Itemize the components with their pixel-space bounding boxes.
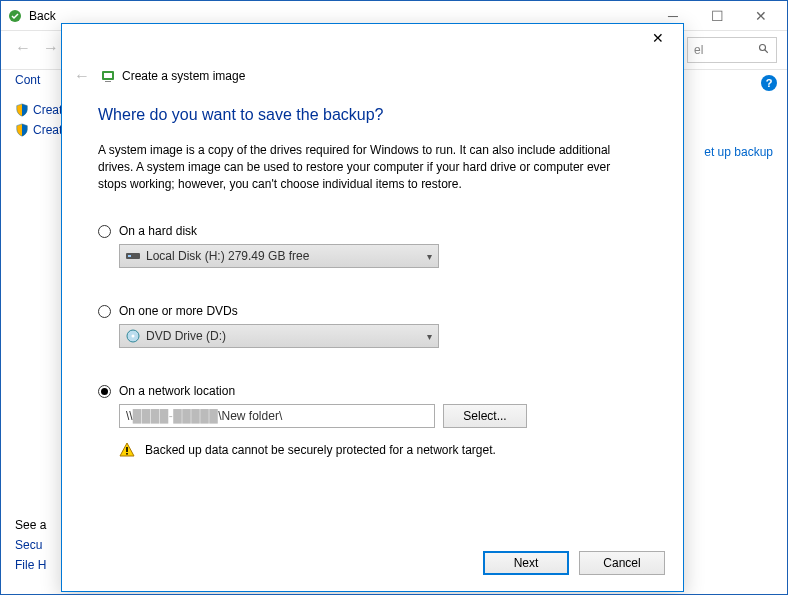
radio-icon[interactable] — [98, 385, 111, 398]
backup-icon — [7, 8, 23, 24]
close-button[interactable]: ✕ — [739, 3, 783, 29]
bottom-link[interactable]: File H — [15, 558, 46, 572]
network-warning-text: Backed up data cannot be securely protec… — [145, 443, 496, 457]
chevron-down-icon: ▾ — [427, 251, 432, 262]
svg-line-2 — [765, 49, 768, 52]
sidebar-link-label: Creat — [33, 103, 62, 117]
bottom-link[interactable]: Secu — [15, 538, 46, 552]
dialog-footer: Next Cancel — [473, 551, 665, 575]
warning-icon — [119, 442, 135, 458]
dvd-radio-row[interactable]: On one or more DVDs — [98, 304, 647, 318]
dialog-back-arrow-icon: ← — [70, 64, 94, 88]
dvd-combo[interactable]: DVD Drive (D:) ▾ — [119, 324, 439, 348]
dvd-drive-icon — [126, 329, 140, 343]
dialog-body: Where do you want to save the backup? A … — [98, 106, 647, 531]
network-warning-row: Backed up data cannot be securely protec… — [119, 442, 647, 458]
search-text: el — [694, 43, 703, 57]
dialog-question: Where do you want to save the backup? — [98, 106, 647, 124]
option-hard-disk: On a hard disk Local Disk (H:) 279.49 GB… — [98, 224, 647, 268]
network-path-redacted: ████-█████ — [133, 409, 219, 423]
svg-point-1 — [760, 44, 766, 50]
setup-backup-link[interactable]: et up backup — [704, 145, 773, 159]
see-also: See a Secu File H — [15, 512, 46, 578]
dialog-close-button[interactable]: ✕ — [637, 26, 679, 50]
svg-rect-10 — [126, 447, 128, 452]
dialog-description: A system image is a copy of the drives r… — [98, 142, 638, 192]
svg-rect-4 — [104, 73, 112, 78]
dialog-header: ← Create a system image — [70, 64, 245, 88]
hard-disk-radio-row[interactable]: On a hard disk — [98, 224, 647, 238]
option-dvd: On one or more DVDs DVD Drive (D:) ▾ — [98, 304, 647, 348]
shield-icon — [15, 103, 29, 117]
dvd-label: On one or more DVDs — [119, 304, 238, 318]
maximize-button[interactable]: ☐ — [695, 3, 739, 29]
radio-icon[interactable] — [98, 305, 111, 318]
search-box[interactable]: el — [687, 37, 777, 63]
svg-rect-11 — [126, 453, 128, 455]
svg-point-9 — [132, 335, 135, 338]
svg-rect-5 — [105, 81, 111, 82]
hard-disk-value: Local Disk (H:) 279.49 GB free — [146, 249, 309, 263]
sidebar-link-label: Creat — [33, 123, 62, 137]
option-network: On a network location \\ ████-█████ \New… — [98, 384, 647, 458]
network-select-button[interactable]: Select... — [443, 404, 527, 428]
hard-disk-label: On a hard disk — [119, 224, 197, 238]
network-path-input[interactable]: \\ ████-█████ \New folder\ — [119, 404, 435, 428]
system-image-icon — [100, 68, 116, 84]
network-label: On a network location — [119, 384, 235, 398]
back-window-title: Back — [29, 9, 56, 23]
dialog-title: Create a system image — [122, 69, 245, 83]
hard-disk-icon — [126, 249, 140, 263]
network-path-prefix: \\ — [126, 409, 133, 423]
hard-disk-combo[interactable]: Local Disk (H:) 279.49 GB free ▾ — [119, 244, 439, 268]
shield-icon — [15, 123, 29, 137]
next-button[interactable]: Next — [483, 551, 569, 575]
create-system-image-dialog: ✕ ← Create a system image Where do you w… — [61, 23, 684, 592]
see-also-heading: See a — [15, 518, 46, 532]
radio-icon[interactable] — [98, 225, 111, 238]
search-icon — [758, 43, 770, 58]
network-radio-row[interactable]: On a network location — [98, 384, 647, 398]
dvd-value: DVD Drive (D:) — [146, 329, 226, 343]
cancel-button[interactable]: Cancel — [579, 551, 665, 575]
svg-rect-7 — [128, 255, 131, 257]
network-path-suffix: \New folder\ — [218, 409, 282, 423]
nav-back-icon: ← — [9, 36, 37, 60]
chevron-down-icon: ▾ — [427, 331, 432, 342]
